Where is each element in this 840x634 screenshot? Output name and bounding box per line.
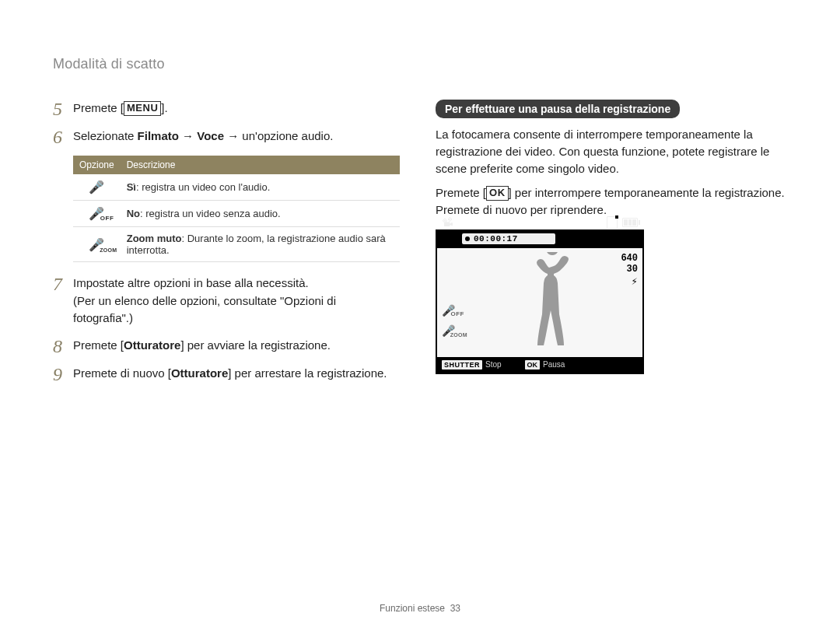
step5-post: ]. <box>161 101 167 114</box>
row-no-desc: No: registra un video senza audio. <box>121 201 400 227</box>
lcd-stop-label: Stop <box>485 360 502 369</box>
ok-tag-icon: OK <box>525 360 541 370</box>
camcorder-icon: 📽 <box>442 215 453 229</box>
mic-zoom-icon: 🎤ZOOM <box>73 227 121 262</box>
option-col-header: Opzione <box>73 156 121 174</box>
step-number: 9 <box>53 365 73 384</box>
flash-icon: ⚡ <box>621 275 638 289</box>
row-label: No <box>127 208 140 219</box>
row-label: Sì <box>127 181 136 193</box>
step-number: 6 <box>53 128 73 146</box>
step-number: 7 <box>53 275 73 328</box>
row-si-desc: Sì: registra un video con l'audio. <box>121 174 400 201</box>
step-9: 9 Premete di nuovo [Otturatore] per arre… <box>53 365 394 384</box>
step-number: 5 <box>53 100 73 118</box>
right-para1: La fotocamera consente di interrompere t… <box>436 126 786 177</box>
row-zoom-desc: Zoom muto: Durante lo zoom, la registraz… <box>121 227 400 262</box>
footer-label: Funzioni estese <box>380 603 445 614</box>
row-label: Zoom muto <box>127 233 182 244</box>
mic-off-icon: 🎤OFF <box>442 304 455 317</box>
mic-zoom-icon: 🎤ZOOM <box>442 324 455 337</box>
lcd-fps: 30 <box>621 264 638 275</box>
step-text: Impostate altre opzioni in base alla nec… <box>73 275 394 328</box>
step8-post: ] per avviare la registrazione. <box>180 338 331 352</box>
step6-pre: Selezionate <box>73 129 138 142</box>
lcd-top-bar: 📽 00:00:17 <box>437 231 642 248</box>
row-text: : registra un video senza audio. <box>140 208 281 219</box>
mic-on-icon: 🎤 <box>73 174 121 201</box>
lcd-bottom-bar: SHUTTER Stop OK Pausa <box>437 357 642 373</box>
lcd-pause-label: Pausa <box>543 360 565 369</box>
step6-voce: Voce <box>197 129 224 142</box>
rec-dot-icon <box>465 236 470 241</box>
right-column: Per effettuare una pausa della registraz… <box>436 100 786 374</box>
rec-time: 00:00:17 <box>474 234 518 243</box>
step-6: 6 Selezionate Filmato → Voce → un'opzion… <box>53 128 394 146</box>
battery-icon <box>622 218 638 227</box>
step-text: Selezionate Filmato → Voce → un'opzione … <box>73 128 394 146</box>
footer-page: 33 <box>450 603 460 614</box>
lcd-body: 640 30 ⚡ 🎤OFF 🎤ZOOM <box>437 248 642 357</box>
step8-bold: Otturatore <box>124 338 180 352</box>
step8-pre: Premete [ <box>73 338 124 352</box>
menu-button-icon: MENU <box>124 101 161 116</box>
step-text: Premete [Otturatore] per avviare la regi… <box>73 337 394 356</box>
step6-arrow1: → <box>179 129 197 142</box>
description-col-header: Descrizione <box>121 156 400 174</box>
ok-button-icon: OK <box>486 186 509 201</box>
table-row: 🎤ZOOM Zoom muto: Durante lo zoom, la reg… <box>73 227 400 262</box>
page-heading: Modalità di scatto <box>53 56 165 72</box>
step6-filmato: Filmato <box>138 129 179 142</box>
shutter-tag-icon: SHUTTER <box>442 360 482 370</box>
step-7: 7 Impostate altre opzioni in base alla n… <box>53 275 394 328</box>
lcd-status-icons <box>607 216 638 229</box>
step5-pre: Premete [ <box>73 101 124 114</box>
rec-time-bar: 00:00:17 <box>462 233 555 244</box>
step9-post: ] per arrestare la registrazione. <box>228 366 387 380</box>
step9-bold: Otturatore <box>171 366 228 380</box>
right-para2: Premete [OK] per interrompere temporanea… <box>436 184 786 219</box>
step-5: 5 Premete [MENU]. <box>53 100 394 118</box>
step-text: Premete [MENU]. <box>73 100 394 118</box>
lcd-res: 640 <box>621 253 638 264</box>
step6-arrow2: → un'opzione audio. <box>224 129 333 142</box>
step7-line2: (Per un elenco delle opzioni, consultate… <box>73 294 336 325</box>
step7-line1: Impostate altre opzioni in base alla nec… <box>73 276 309 289</box>
row-text: : registra un video con l'audio. <box>136 181 270 193</box>
para2-pre: Premete [ <box>436 186 486 199</box>
step-text: Premete di nuovo [Otturatore] per arrest… <box>73 365 394 384</box>
section-pill: Per effettuare una pausa della registraz… <box>436 100 680 118</box>
sd-card-icon <box>607 216 618 229</box>
step9-pre: Premete di nuovo [ <box>73 366 171 380</box>
lcd-side-labels: 640 30 ⚡ <box>621 253 638 289</box>
lcd-left-icons: 🎤OFF 🎤ZOOM <box>442 304 455 345</box>
table-row: 🎤 Sì: registra un video con l'audio. <box>73 174 400 201</box>
page-footer: Funzioni estese 33 <box>0 603 840 614</box>
lcd-preview: 📽 00:00:17 640 30 ⚡ 🎤OFF 🎤ZOOM <box>436 229 644 374</box>
option-table: Opzione Descrizione 🎤 Sì: registra un vi… <box>73 156 400 262</box>
left-column: 5 Premete [MENU]. 6 Selezionate Filmato … <box>53 100 394 393</box>
mic-off-icon: 🎤OFF <box>73 201 121 227</box>
step-8: 8 Premete [Otturatore] per avviare la re… <box>53 337 394 356</box>
table-row: 🎤OFF No: registra un video senza audio. <box>73 201 400 227</box>
step-number: 8 <box>53 337 73 356</box>
person-silhouette-icon <box>515 252 593 357</box>
